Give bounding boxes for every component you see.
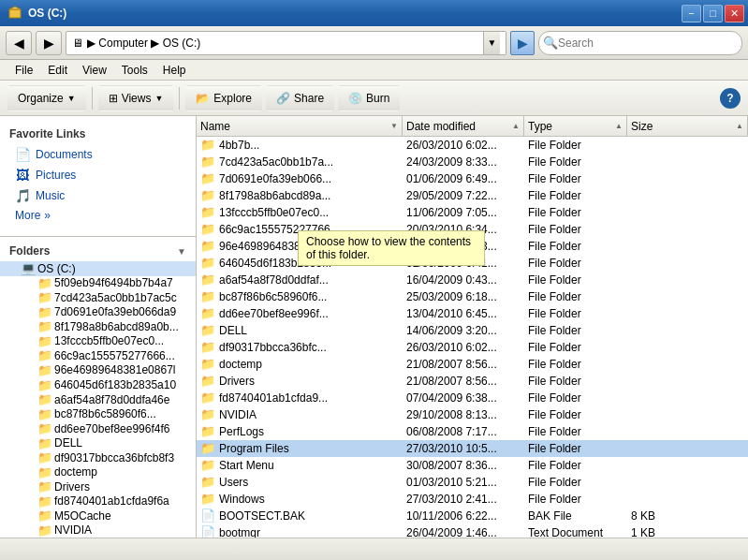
pictures-label: Pictures [36,169,76,182]
address-text: ▶ Computer ▶ OS (C:) [87,37,479,50]
tree-item-dell[interactable]: 📁 DELL [0,435,196,450]
minimize-button[interactable]: − [682,5,701,22]
menu-tools[interactable]: Tools [114,62,155,79]
tree-item-2[interactable]: 📁 7cd423a5ac0bb1b7ac5c [0,290,196,305]
tree-item-drivers[interactable]: 📁 Drivers [0,479,196,494]
file-icon: 📁 [200,205,215,219]
tree-item-11[interactable]: 📁 dd6ee70bef8ee996f4f6 [0,421,196,436]
tree-item-7[interactable]: 📁 96e46989648381e0867l [0,363,196,378]
table-row[interactable]: 📁 Start Menu 30/08/2007 8:36... File Fol… [197,457,748,474]
file-list: Choose how to view the contents of this … [197,116,748,538]
maximize-button[interactable]: □ [703,5,723,22]
folder-label: 8f1798a8b6abcd89a0b... [54,320,192,333]
tree-item-10[interactable]: 📁 bc87f8b6c58960f6... [0,406,196,421]
tree-item-1[interactable]: 📁 5f09eb94f6494bb7b4a7 [0,276,196,291]
file-name: Drivers [219,375,255,388]
tree-item-4[interactable]: 📁 8f1798a8b6abcd89a0b... [0,319,196,334]
tree-item-nvidia[interactable]: 📁 NVIDIA [0,523,196,538]
burn-button[interactable]: 💿 Burn [338,85,400,111]
menu-help[interactable]: Help [155,62,194,79]
table-row[interactable]: 📁 Users 01/03/2010 5:21... File Folder [197,474,748,491]
folders-tree[interactable]: 💻 OS (C:) 📁 5f09eb94f6494bb7b4a7 📁 7cd42… [0,261,196,538]
menu-edit[interactable]: Edit [40,62,75,79]
menu-file[interactable]: File [7,62,40,79]
sidebar-item-music[interactable]: 🎵 Music [0,185,196,206]
drive-label: OS (C:) [37,262,192,275]
sidebar-item-documents[interactable]: 📄 Documents [0,144,196,165]
folder-label: doctemp [54,465,192,479]
explore-button[interactable]: 📂 Explore [185,85,262,111]
table-row[interactable]: 📁 7d0691e0fa39eb066... 01/06/2009 6:49..… [197,170,748,187]
table-row[interactable]: 📄 BOOTSECT.BAK 10/11/2006 6:22... BAK Fi… [197,508,748,524]
column-headers: Name ▼ Date modified ▲ Type ▲ Size ▲ [197,116,748,137]
tree-item-5[interactable]: 📁 13fcccb5ffb0e07ec0... [0,334,196,349]
menu-view[interactable]: View [75,62,114,79]
tree-item-osc[interactable]: 💻 OS (C:) [0,261,196,276]
table-row[interactable]: 📁 Drivers 21/08/2007 8:56... File Folder [197,373,748,390]
views-button[interactable]: ⊞ Views ▼ [98,85,174,111]
file-name: bc87f86b6c58960f6... [219,290,327,303]
col-header-type[interactable]: Type ▲ [524,116,627,136]
table-row[interactable]: 📁 fd8740401ab1cfda9... 07/04/2009 6:38..… [197,390,748,406]
file-type: File Folder [524,257,627,270]
table-row[interactable]: 📁 df90317bbcca36bfc... 26/03/2010 6:02..… [197,339,748,356]
tree-item-13[interactable]: 📁 fd8740401ab1cfda9f6a [0,494,196,509]
file-modified: 29/05/2009 7:22... [403,189,524,202]
more-link[interactable]: More » [0,206,196,225]
file-name: 7d0691e0fa39eb066... [219,172,331,185]
table-row[interactable]: 📁 4bb7b... 26/03/2010 6:02... File Folde… [197,137,748,154]
file-modified: 24/03/2009 8:33... [403,155,524,169]
col-header-size[interactable]: Size ▲ [627,116,748,136]
table-row[interactable]: 📁 DELL 14/06/2009 3:20... File Folder [197,322,748,339]
sidebar-item-pictures[interactable]: 🖼 Pictures [0,165,196,185]
tree-item-8[interactable]: 📁 646045d6f183b2835a10 [0,377,196,392]
file-type: File Folder [524,189,627,202]
tree-item-9[interactable]: 📁 a6af54a8f78d0ddfa46e [0,392,196,407]
tree-item-12[interactable]: 📁 df90317bbcca36bfcb8f3 [0,450,196,465]
table-row[interactable]: 📁 Program Files 27/03/2010 10:5... File … [197,440,748,457]
file-icon: 📁 [200,239,215,253]
file-icon: 📁 [200,441,215,455]
table-row[interactable]: 📁 bc87f86b6c58960f6... 25/03/2009 6:18..… [197,288,748,305]
help-button[interactable]: ? [720,88,741,109]
organize-button[interactable]: Organize ▼ [7,85,86,111]
folder-icon: 📁 [37,508,52,523]
table-row[interactable]: 📄 bootmgr 26/04/2009 1:46... Text Docume… [197,524,748,538]
address-dropdown-button[interactable]: ▼ [483,32,500,54]
file-icon: 📁 [200,155,215,169]
col-header-name[interactable]: Name ▼ [197,116,403,136]
file-modified: 10/11/2006 6:22... [403,509,524,523]
folders-header[interactable]: Folders ▼ [0,241,196,261]
file-type: File Folder [524,206,627,219]
table-row[interactable]: 📁 7cd423a5ac0bb1b7a... 24/03/2009 8:33..… [197,154,748,170]
search-input[interactable] [558,37,717,50]
folders-header-label: Folders [9,244,50,258]
burn-icon: 💿 [348,92,362,105]
file-name: doctemp [219,358,262,371]
tree-item-m5ocache[interactable]: 📁 M5OCache [0,508,196,523]
file-icon: 📁 [200,306,215,320]
computer-icon: 🖥 [72,37,83,50]
table-row[interactable]: 📁 dd6ee70bef8ee996f... 13/04/2010 6:45..… [197,305,748,322]
back-button[interactable]: ◀ [6,31,32,55]
tree-item-6[interactable]: 📁 66c9ac155575277666... [0,348,196,363]
table-row[interactable]: 📁 13fcccb5ffb0e07ec0... 11/06/2009 7:05.… [197,204,748,221]
share-button[interactable]: 🔗 Share [266,85,334,111]
close-button[interactable]: ✕ [725,5,744,22]
table-row[interactable]: 📁 NVIDIA 29/10/2008 8:13... File Folder [197,406,748,423]
table-row[interactable]: 📁 PerfLogs 06/08/2008 7:17... File Folde… [197,423,748,440]
file-name: Windows [219,493,265,506]
table-row[interactable]: 📁 8f1798a8b6abcd89a... 29/05/2009 7:22..… [197,187,748,204]
forward-button[interactable]: ▶ [36,31,62,55]
col-header-modified[interactable]: Date modified ▲ [403,116,524,136]
tooltip-text: Choose how to view the contents of this … [306,235,471,261]
tree-item-3[interactable]: 📁 7d0691e0fa39eb066da9 [0,305,196,320]
tree-item-doctemp[interactable]: 📁 doctemp [0,464,196,479]
go-button[interactable]: ▶ [510,31,535,55]
table-row[interactable]: 📁 Windows 27/03/2010 2:41... File Folder [197,491,748,508]
file-type: File Folder [524,290,627,303]
table-row[interactable]: 📁 a6af54a8f78d0ddfaf... 16/04/2009 0:43.… [197,272,748,288]
table-row[interactable]: 📁 doctemp 21/08/2007 8:56... File Folder [197,356,748,373]
folder-icon: 📁 [37,363,52,378]
file-rows[interactable]: 📁 4bb7b... 26/03/2010 6:02... File Folde… [197,137,748,538]
